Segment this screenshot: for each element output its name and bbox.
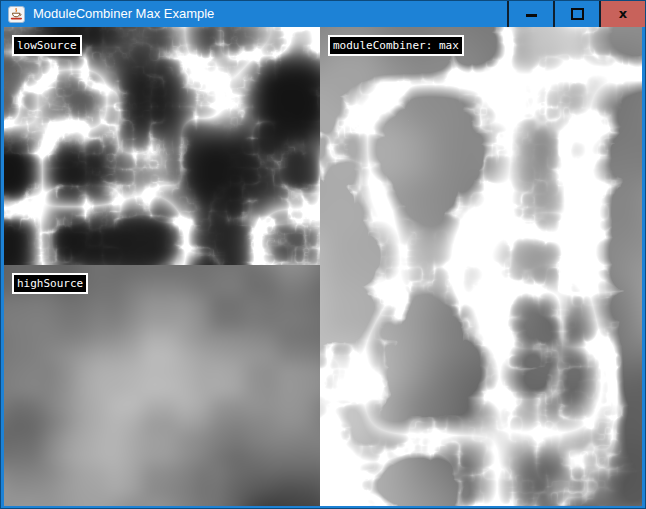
titlebar[interactable]: ModuleCombiner Max Example x (1, 1, 645, 27)
window-title: ModuleCombiner Max Example (33, 1, 507, 27)
highsource-texture (4, 265, 320, 506)
app-window: ModuleCombiner Max Example x lowSource h… (0, 0, 646, 509)
panel-label-highsource: highSource (12, 273, 88, 294)
panel-modulecombiner: moduleCombiner: max (320, 27, 642, 506)
modulecombiner-texture (320, 27, 642, 506)
close-button[interactable]: x (599, 1, 645, 27)
render-area: lowSource highSource moduleCombiner: max (4, 27, 642, 506)
panel-lowsource: lowSource (4, 27, 320, 265)
maximize-button[interactable] (553, 1, 599, 27)
java-coffee-cup-icon (8, 6, 25, 23)
window-controls: x (507, 1, 645, 27)
minimize-button[interactable] (507, 1, 553, 27)
panel-label-lowsource: lowSource (12, 35, 82, 56)
panel-highsource: highSource (4, 265, 320, 506)
minimize-icon (526, 14, 537, 17)
close-icon: x (619, 7, 627, 20)
panel-label-modulecombiner: moduleCombiner: max (328, 35, 464, 56)
maximize-icon (571, 8, 584, 20)
lowsource-texture (4, 27, 320, 265)
